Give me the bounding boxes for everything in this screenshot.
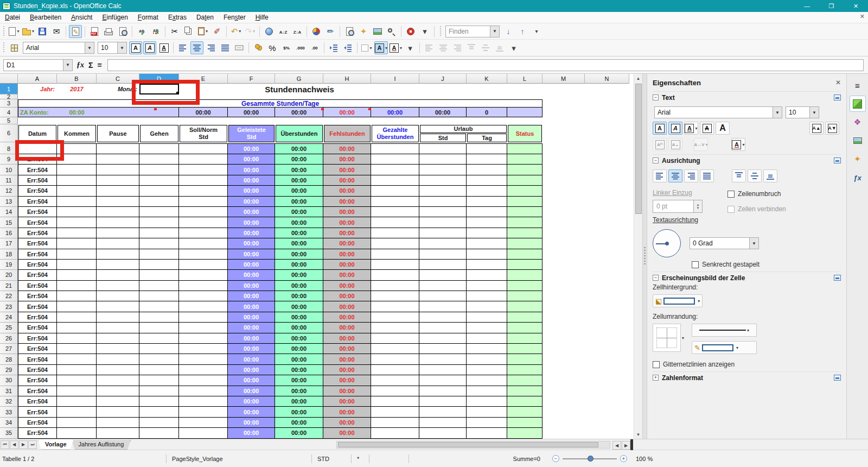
cell-J[interactable] — [419, 407, 467, 417]
cell-D[interactable] — [139, 291, 179, 301]
toolbar-overflow-button-2[interactable]: ▾ — [507, 41, 520, 54]
chevron-down-icon[interactable]: ▾ — [682, 336, 684, 340]
cell-I[interactable] — [371, 301, 419, 312]
cell-I[interactable] — [371, 207, 419, 217]
cell-B[interactable] — [57, 323, 97, 333]
sum-display[interactable]: Summe=0 — [412, 456, 542, 462]
cell-J[interactable] — [419, 396, 467, 407]
navigator-deck-icon[interactable]: ✦ — [850, 151, 866, 167]
cell-D[interactable] — [139, 154, 179, 165]
cell-A[interactable]: Err:504 — [18, 165, 57, 175]
cell-F[interactable]: 00:00 — [228, 143, 275, 154]
font-color-button[interactable]: A▾ — [389, 41, 403, 54]
cell-B[interactable] — [57, 281, 97, 291]
align-justify-button[interactable] — [219, 41, 232, 54]
cell-J[interactable] — [419, 175, 467, 186]
section-align-header[interactable]: − Ausrichtung — [653, 154, 841, 166]
cell-H[interactable]: 00:00 — [323, 154, 371, 165]
cell-F[interactable]: 00:00 — [228, 418, 275, 428]
header-status[interactable]: Status — [508, 125, 542, 142]
cell-C[interactable] — [97, 186, 139, 196]
toolbar-overflow-button[interactable]: ▾ — [530, 25, 543, 38]
cell-N[interactable] — [585, 84, 629, 94]
cell-C[interactable] — [97, 217, 139, 228]
chevron-down-icon[interactable]: ▼ — [809, 107, 819, 118]
cell-C[interactable] — [97, 165, 139, 175]
cell-D[interactable] — [139, 354, 179, 364]
cell-I[interactable] — [371, 333, 419, 344]
cell-E[interactable] — [179, 165, 228, 175]
cell-H[interactable]: 00:00 — [323, 238, 371, 249]
header-urlaub-tag[interactable]: Tag — [467, 134, 507, 142]
increase-font-size-button[interactable]: A▲ — [809, 122, 824, 135]
cell-G[interactable]: 00:00 — [275, 228, 323, 238]
cell-F[interactable]: 00:00 — [228, 108, 275, 117]
orientation-dial[interactable] — [653, 229, 681, 257]
cell-F[interactable]: 00:00 — [228, 217, 275, 228]
cell-C[interactable] — [97, 228, 139, 238]
cell-F[interactable]: 00:00 — [228, 386, 275, 396]
cell-background-color-button[interactable]: ⬕ ▾ — [653, 294, 703, 307]
cell-F[interactable]: 00:00 — [228, 228, 275, 238]
cell-C[interactable] — [97, 344, 139, 354]
cell-B[interactable] — [57, 154, 97, 165]
cell-B[interactable] — [57, 217, 97, 228]
cell-H[interactable]: 00:00 — [323, 396, 371, 407]
row-header-13[interactable]: 13 — [0, 197, 18, 207]
last-sheet-icon[interactable]: ⏭ — [28, 440, 37, 449]
cell-D[interactable] — [139, 108, 179, 117]
sidebar-font-name-combo[interactable]: Arial ▼ — [654, 106, 782, 118]
cell-I[interactable] — [371, 418, 419, 428]
cell-B[interactable] — [57, 238, 97, 249]
cell-E[interactable] — [179, 365, 228, 375]
cell-L[interactable] — [507, 344, 542, 354]
print-button[interactable] — [102, 25, 115, 38]
cell-K[interactable] — [467, 281, 507, 291]
cell-G[interactable]: 00:00 — [275, 165, 323, 175]
cell-H[interactable]: 00:00 — [323, 197, 371, 207]
row-header-32[interactable]: 32 — [0, 396, 18, 407]
sidebar-italic-button[interactable]: A — [668, 122, 682, 135]
align-objects-top-button[interactable] — [465, 41, 478, 54]
cell-M[interactable] — [542, 260, 585, 270]
column-header-d[interactable]: D — [139, 74, 179, 84]
cell-L[interactable] — [507, 428, 542, 438]
cell-K[interactable] — [467, 175, 507, 186]
cell-D[interactable] — [139, 407, 179, 417]
cell-C[interactable] — [97, 312, 139, 323]
help-button[interactable] — [404, 25, 417, 38]
cell-M[interactable] — [542, 418, 585, 428]
cell-M[interactable] — [542, 154, 585, 165]
cell-A[interactable]: Err:504 — [18, 260, 57, 270]
cell-D[interactable] — [139, 333, 179, 344]
cell-G[interactable]: 00:00 — [275, 344, 323, 354]
menu-format[interactable]: Format — [133, 12, 163, 22]
cell-H[interactable]: 00:00 — [323, 228, 371, 238]
cell-E[interactable]: 00:00 — [179, 108, 228, 117]
cell-B[interactable] — [57, 197, 97, 207]
row-header-8[interactable]: 8 — [0, 143, 18, 154]
cell-H[interactable]: 00:00 — [323, 354, 371, 364]
cell-N[interactable] — [585, 291, 629, 301]
close-document-icon[interactable]: ✕ — [860, 13, 865, 20]
cell-C[interactable] — [97, 333, 139, 344]
background-color-button[interactable]: A▾ — [374, 41, 388, 54]
next-sheet-icon[interactable]: ▶ — [19, 440, 28, 449]
align-center-button[interactable] — [190, 41, 203, 54]
cell-A[interactable]: Err:504 — [18, 270, 57, 280]
cell-D[interactable] — [139, 228, 179, 238]
cell-J[interactable] — [419, 354, 467, 364]
row-header-18[interactable]: 18 — [0, 249, 18, 260]
minimize-button[interactable]: — — [795, 0, 819, 12]
column-header-k[interactable]: K — [467, 74, 507, 84]
equals-button[interactable]: = — [97, 61, 101, 70]
cell-K[interactable] — [467, 344, 507, 354]
cell-K[interactable] — [467, 154, 507, 165]
menu-extras[interactable]: Extras — [163, 12, 192, 22]
cell-N[interactable] — [585, 228, 629, 238]
banner-gesammte-stunden[interactable]: Gesammte Stunden/Tage — [18, 99, 542, 108]
cell-L[interactable] — [507, 312, 542, 323]
cell-B[interactable] — [57, 186, 97, 196]
cell-J[interactable] — [419, 386, 467, 396]
cell-L[interactable] — [507, 207, 542, 217]
